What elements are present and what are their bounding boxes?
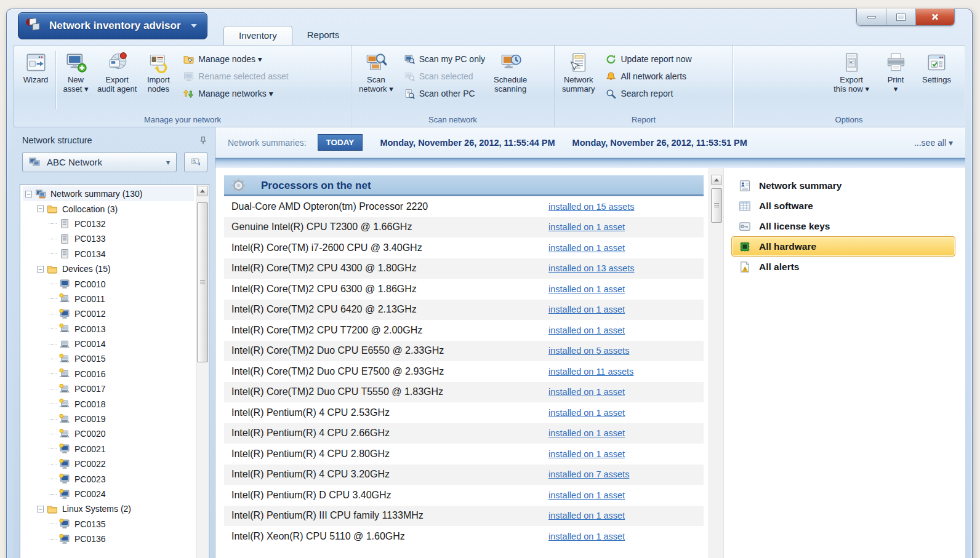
settings-button[interactable]: Settings (918, 49, 955, 84)
tree-item[interactable]: −Collocation (3) (23, 201, 194, 216)
pin-icon[interactable] (199, 136, 207, 145)
scan-my-pc-only-button[interactable]: Scan my PC only (402, 52, 488, 66)
installed-on-link[interactable]: installed on 1 asset (548, 222, 696, 232)
scrollbar-thumb[interactable] (197, 202, 208, 362)
tree-item[interactable]: PC0018 (23, 396, 194, 411)
tree-item[interactable]: PC0021 (23, 442, 194, 456)
scrollbar-thumb[interactable] (711, 188, 722, 223)
installed-on-link[interactable]: installed on 11 assets (548, 367, 696, 377)
installed-on-link[interactable]: installed on 1 asset (548, 325, 696, 335)
wizard-button[interactable]: Wizard (18, 49, 54, 84)
network-summary-button[interactable]: Network summary (558, 49, 598, 94)
installed-on-link[interactable]: installed on 1 asset (548, 243, 696, 253)
discover-network-button[interactable] (184, 152, 207, 172)
processor-row: Intel(R) Core(TM)2 Duo CPU E6550 @ 2.33G… (224, 341, 704, 362)
tree-connector (49, 448, 57, 449)
tree-scrollbar[interactable] (196, 185, 208, 558)
tree-connector (49, 298, 57, 299)
import-nodes-button[interactable]: Import nodes (140, 49, 176, 94)
new-asset-button[interactable]: New asset ▾ (58, 49, 94, 94)
report-nav-item[interactable]: All alerts (731, 257, 955, 277)
installed-on-link[interactable]: installed on 1 asset (548, 284, 696, 294)
all-network-alerts-button[interactable]: All network alerts (603, 70, 694, 83)
tree-item[interactable]: PC0020 (23, 426, 194, 441)
tree-item[interactable]: PC0019 (23, 412, 194, 426)
scan-network-label: Scan network ▾ (359, 75, 393, 94)
tree-item[interactable]: PC0022 (23, 456, 194, 471)
tree-item[interactable]: PC0017 (23, 381, 194, 396)
tree-expander-icon[interactable]: − (37, 266, 44, 273)
tree-item[interactable]: −Network summary (130) (23, 186, 194, 201)
search-report-button[interactable]: Search report (603, 87, 694, 100)
report-nav-item[interactable]: All license keys (731, 216, 955, 236)
scan-other-pc-button[interactable]: Scan other PC (402, 87, 488, 100)
manage-nodes-icon (183, 54, 194, 65)
scan-network-button[interactable]: Scan network ▾ (355, 49, 397, 94)
maximize-button[interactable] (886, 9, 916, 25)
scan-selected-button[interactable]: Scan selected (402, 70, 488, 83)
arrow-up-icon (200, 189, 205, 193)
tree-item[interactable]: −Devices (15) (23, 261, 194, 276)
tree-item[interactable]: PC0024 (23, 487, 194, 501)
installed-on-link[interactable]: installed on 5 assets (548, 346, 696, 356)
tree-item-label: Collocation (3) (62, 204, 118, 214)
tree-item[interactable]: PC0012 (23, 306, 194, 321)
update-report-now-button[interactable]: Update report now (603, 52, 694, 66)
app-menu-button[interactable]: Network inventory advisor (18, 12, 207, 39)
summary-date-1[interactable]: Monday, November 26, 2012, 11:55:44 PM (380, 138, 555, 148)
tree-item[interactable]: PC0134 (23, 247, 194, 261)
installed-on-link[interactable]: installed on 1 asset (548, 449, 696, 459)
tree-item[interactable]: PC0023 (23, 471, 194, 486)
tree-item[interactable]: −Linux Systems (2) (23, 501, 194, 516)
tree-expander-icon[interactable]: − (37, 205, 44, 212)
tree-item[interactable]: PC0010 (23, 276, 194, 291)
report-nav-item[interactable]: All hardware (731, 236, 955, 257)
scrollbar-up-button[interactable] (711, 175, 722, 185)
print-button[interactable]: Print ▾ (878, 49, 914, 94)
tree-item[interactable]: PC0136 (23, 532, 194, 546)
installed-on-link[interactable]: installed on 1 asset (548, 532, 696, 541)
export-audit-agent-button[interactable]: Export audit agent (94, 49, 140, 94)
tree-item[interactable]: PC0016 (23, 367, 194, 381)
monitor-new-icon (59, 444, 70, 454)
tree-expander-icon[interactable]: − (37, 506, 44, 512)
tree-expander-icon[interactable]: − (25, 191, 32, 197)
tree-item-label: PC0015 (74, 354, 106, 364)
installed-on-link[interactable]: installed on 1 asset (548, 305, 696, 314)
installed-on-link[interactable]: installed on 15 assets (548, 202, 696, 212)
tab-reports[interactable]: Reports (292, 26, 355, 45)
export-this-now-button[interactable]: Export this now ▾ (830, 49, 873, 94)
tree-item-label: PC0018 (74, 399, 106, 409)
tree-connector (49, 314, 57, 314)
manage-nodes-button[interactable]: Manage nodes ▾ (181, 52, 291, 66)
installed-on-link[interactable]: installed on 1 asset (548, 387, 696, 397)
tree-item-label: Linux Systems (2) (62, 504, 131, 514)
tree-item[interactable]: PC0014 (23, 337, 194, 351)
installed-on-link[interactable]: installed on 13 assets (548, 263, 696, 273)
tree-item[interactable]: PC0013 (23, 322, 194, 337)
tree-item[interactable]: PC0132 (23, 217, 194, 231)
installed-on-link[interactable]: installed on 1 asset (548, 428, 696, 438)
installed-on-link[interactable]: installed on 1 asset (548, 511, 696, 520)
scrollbar-up-button[interactable] (197, 186, 208, 196)
installed-on-link[interactable]: installed on 7 assets (548, 469, 696, 479)
tab-inventory[interactable]: Inventory (223, 26, 292, 45)
tree-item[interactable]: PC0133 (23, 231, 194, 246)
tree-item[interactable]: PC0015 (23, 351, 194, 366)
close-button[interactable] (916, 9, 954, 25)
today-badge[interactable]: TODAY (318, 134, 363, 151)
installed-on-link[interactable]: installed on 1 asset (548, 490, 696, 500)
report-nav-item[interactable]: All software (731, 196, 955, 216)
summary-date-2[interactable]: Monday, November 26, 2012, 11:53:51 PM (572, 138, 747, 148)
manage-networks-button[interactable]: Manage networks ▾ (181, 87, 291, 100)
rename-selected-asset-button[interactable]: Rename selected asset (181, 70, 291, 83)
report-nav-item[interactable]: Network summary (731, 175, 955, 196)
tree-item[interactable]: PC0135 (23, 517, 194, 532)
schedule-scanning-button[interactable]: Schedule scanning (490, 49, 531, 94)
tree-item[interactable]: PC0011 (23, 292, 194, 306)
installed-on-link[interactable]: installed on 1 asset (548, 408, 696, 418)
main-scrollbar[interactable] (709, 168, 724, 558)
see-all-link[interactable]: ...see all ▾ (914, 138, 953, 148)
network-selector-dropdown[interactable]: ABC Network ▾ (22, 152, 177, 172)
minimize-button[interactable] (857, 9, 886, 25)
